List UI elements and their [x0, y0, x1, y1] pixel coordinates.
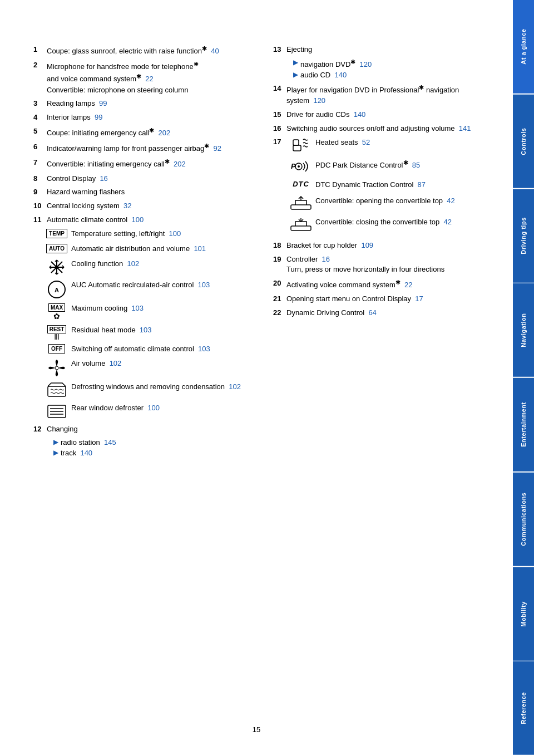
item-number: 9	[33, 187, 47, 198]
temp-label: Temperature setting, left/right 100	[71, 229, 251, 239]
item-number: 8	[33, 174, 47, 184]
list-item: 10 Central locking system 32	[33, 201, 251, 212]
sub-list-item: ▶ track 140	[53, 449, 251, 457]
conv-close-icon	[286, 217, 315, 233]
pdc-row: P PDC Park Distance Con	[286, 159, 491, 174]
list-item: 19 Controller 16 Turn, press or move hor…	[273, 254, 491, 276]
svg-rect-21	[293, 145, 301, 151]
conv-close-label: Convertible: closing the convertible top…	[315, 217, 491, 228]
climate-icon-row: A AUC Automatic recirculated-air control…	[42, 280, 251, 299]
sidebar-tab-controls[interactable]: Controls	[513, 95, 534, 188]
item-number: 11	[33, 215, 47, 225]
list-item: 7 Convertible: initiating emergency call…	[33, 158, 251, 170]
item-number: 20	[273, 278, 286, 291]
rest-label: Residual heat mode 103	[71, 325, 251, 336]
sidebar-tab-mobility[interactable]: Mobility	[513, 567, 534, 661]
sidebar-tab-at-a-glance[interactable]: At a glance	[513, 0, 534, 94]
sub-item-text: radio station 145	[61, 438, 116, 446]
item-number: 3	[33, 99, 47, 109]
arrow-icon: ▶	[293, 71, 298, 79]
temp-icon: TEMP	[42, 229, 71, 238]
page-container: 1 Coupe: glass sunroof, electric with ra…	[0, 0, 534, 756]
cooling-icon	[42, 259, 71, 276]
list-item: 5 Coupe: initiating emergency call✱ 202	[33, 126, 251, 139]
conv-open-icon	[286, 196, 315, 212]
list-item: 1 Coupe: glass sunroof, electric with ra…	[33, 45, 251, 57]
svg-text:A: A	[55, 287, 59, 293]
sidebar-tab-navigation[interactable]: Navigation	[513, 283, 534, 377]
list-item: 4 Interior lamps 99	[33, 112, 251, 123]
item-text: Microphone for handsfree mode for teleph…	[47, 60, 251, 95]
arrow-icon: ▶	[53, 438, 58, 446]
item-text: Indicator/warning lamp for front passeng…	[47, 142, 251, 154]
right-column: 13 Ejecting ▶ navigation DVD✱ 120 ▶ audi…	[273, 45, 491, 459]
off-label: Switching off automatic climate control …	[71, 344, 251, 355]
sidebar-tab-reference[interactable]: Reference	[513, 661, 534, 755]
svg-rect-27	[291, 226, 311, 230]
auc-icon: A	[42, 280, 71, 299]
fan-label: Air volume 102	[71, 359, 251, 369]
svg-rect-16	[48, 386, 66, 396]
item-text: Player for navigation DVD in Professiona…	[286, 84, 491, 106]
auc-label: AUC Automatic recirculated-air control 1…	[71, 280, 251, 291]
climate-icon-row: Rear window defroster 100	[42, 403, 251, 420]
arrow-icon: ▶	[53, 449, 58, 457]
arrow-icon: ▶	[293, 58, 298, 68]
item-text: Hazard warning flashers	[47, 187, 251, 198]
sub-item-text: track 140	[61, 449, 92, 457]
climate-icon-row: Defrosting windows and removing condensa…	[42, 382, 251, 399]
defrost-rear-label: Rear window defroster 100	[71, 403, 251, 414]
list-item: 3 Reading lamps 99	[33, 99, 251, 109]
item-number: 13	[273, 45, 286, 55]
defrost-rear-icon	[42, 403, 71, 420]
sub-list-item: ▶ navigation DVD✱ 120	[293, 58, 491, 68]
list-item: 11 Automatic climate control 100	[33, 215, 251, 225]
sidebar-tab-entertainment[interactable]: Entertainment	[513, 378, 534, 472]
item-text: Dynamic Driving Control 64	[286, 308, 491, 318]
left-column: 1 Coupe: glass sunroof, electric with ra…	[33, 45, 251, 459]
item-number: 16	[273, 124, 286, 134]
item-text: Central locking system 32	[47, 201, 251, 212]
item-text: Interior lamps 99	[47, 112, 251, 123]
heated-seat-row: Heated seats 52	[286, 138, 491, 153]
heated-seat-icon	[286, 138, 315, 153]
item-text: Switching audio sources on/off and adjus…	[286, 124, 491, 134]
item-17-content: Heated seats 52 P	[286, 138, 491, 238]
sub-item-text: audio CD 140	[300, 71, 347, 79]
item-number: 14	[273, 84, 286, 106]
item-text: Convertible: initiating emergency call✱ …	[47, 158, 251, 170]
svg-point-25	[298, 165, 300, 168]
item-number: 22	[273, 308, 286, 318]
dtc-label: DTC Dynamic Traction Control 87	[315, 180, 491, 190]
item-text: Changing	[47, 424, 251, 435]
item-number: 10	[33, 201, 47, 212]
item-number: 6	[33, 142, 47, 154]
dtc-row: DTC DTC Dynamic Traction Control 87	[286, 180, 491, 190]
heated-seat-label: Heated seats 52	[315, 138, 491, 148]
sidebar: At a glance Controls Driving tips Naviga…	[513, 0, 534, 756]
sidebar-tab-communications[interactable]: Communications	[513, 473, 534, 566]
max-icon: MAX ✿	[42, 303, 71, 321]
list-item: 12 Changing	[33, 424, 251, 435]
list-item: 8 Control Display 16	[33, 174, 251, 184]
item-text: Ejecting	[286, 45, 491, 55]
item-number: 18	[273, 240, 286, 251]
sidebar-tab-driving-tips[interactable]: Driving tips	[513, 189, 534, 283]
item-number: 19	[273, 254, 286, 276]
climate-icon-row: AUTO Automatic air distribution and volu…	[42, 244, 251, 254]
climate-icon-row: MAX ✿ Maximum cooling 103	[42, 303, 251, 321]
svg-rect-22	[293, 140, 299, 145]
item-number: 4	[33, 112, 47, 123]
defrost-front-label: Defrosting windows and removing condensa…	[71, 382, 251, 392]
list-item: 15 Drive for audio CDs 140	[273, 110, 491, 120]
conv-open-row: Convertible: opening the convertible top…	[286, 196, 491, 212]
sub-item-text: navigation DVD✱ 120	[300, 58, 372, 68]
main-content: 1 Coupe: glass sunroof, electric with ra…	[0, 0, 513, 756]
list-item: 16 Switching audio sources on/off and ad…	[273, 124, 491, 134]
cooling-label: Cooling function 102	[71, 259, 251, 269]
item-number: 1	[33, 45, 47, 57]
item-text: Automatic climate control 100	[47, 215, 251, 225]
item-text: Bracket for cup holder 109	[286, 240, 491, 251]
list-item: 22 Dynamic Driving Control 64	[273, 308, 491, 318]
svg-point-4	[55, 266, 58, 269]
